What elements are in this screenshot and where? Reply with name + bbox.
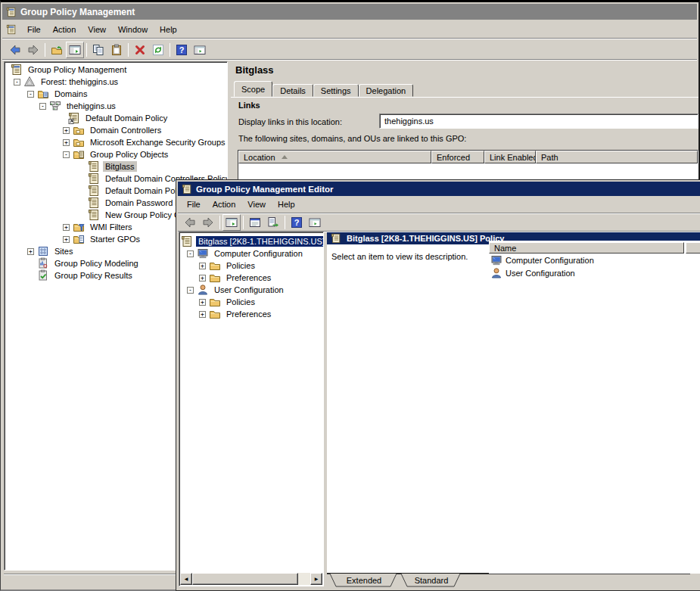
export-list-button[interactable] — [264, 214, 282, 231]
editor-tree-pane[interactable]: Bitglass [2K8-1.THEHIGGINS.US] Policy - … — [179, 232, 324, 586]
expand-toggle[interactable]: + — [199, 275, 206, 282]
help-button[interactable] — [288, 214, 306, 231]
linked-gpo-caption: The following sites, domains, and OUs ar… — [238, 134, 466, 143]
tree-item-forest[interactable]: - Forest: thehiggins.us — [5, 76, 227, 88]
tree-item-bitglass[interactable]: Bitglass — [5, 160, 227, 173]
back-button[interactable] — [181, 214, 199, 231]
gpo-scroll-icon — [182, 184, 192, 194]
expand-toggle[interactable]: + — [63, 236, 70, 243]
refresh-button[interactable] — [149, 42, 167, 58]
tab-delegation[interactable]: Delegation — [359, 84, 414, 97]
tree-item-gpo-root[interactable]: Bitglass [2K8-1.THEHIGGINS.US] Policy — [179, 235, 323, 247]
help-button[interactable] — [173, 42, 191, 58]
tree-item-user-configuration[interactable]: - User Configuration — [179, 284, 323, 296]
expand-toggle[interactable]: + — [63, 127, 70, 134]
show-window-button[interactable] — [191, 42, 209, 58]
tree-item-user-policies[interactable]: + Policies — [179, 296, 323, 308]
tab-scope[interactable]: Scope — [234, 81, 272, 97]
group-policy-management-editor-window: Group Policy Management Editor File Acti… — [176, 179, 700, 591]
horizontal-scrollbar[interactable] — [180, 573, 322, 585]
window-pane-icon — [194, 44, 206, 56]
up-one-level-icon — [51, 44, 63, 56]
show-console-tree-button[interactable] — [222, 214, 241, 231]
back-arrow-icon — [9, 44, 21, 56]
editor-title-bar[interactable]: Group Policy Management Editor — [178, 182, 700, 196]
copy-button[interactable] — [89, 42, 107, 58]
expand-toggle[interactable]: + — [199, 311, 206, 318]
tree-item-label: User Configuration — [212, 285, 286, 295]
menu-action[interactable]: Action — [47, 23, 82, 36]
column-header-location[interactable]: Location — [238, 151, 431, 163]
main-title-bar[interactable]: Group Policy Management — [2, 4, 697, 20]
scrollbar-thumb[interactable] — [192, 573, 298, 585]
menu-view[interactable]: View — [82, 23, 112, 36]
expand-toggle[interactable]: - — [187, 287, 194, 294]
tree-item-label: Domains — [52, 89, 89, 99]
forward-button[interactable] — [199, 214, 217, 231]
up-one-level-button[interactable] — [48, 42, 66, 58]
tree-item-domain-thehiggins[interactable]: - thehiggins.us — [5, 100, 227, 112]
column-header-path[interactable]: Path — [536, 151, 698, 163]
list-item-computer-configuration[interactable]: Computer Configuration — [489, 254, 700, 266]
tab-details[interactable]: Details — [272, 84, 313, 97]
show-window-button[interactable] — [306, 214, 324, 231]
menu-help[interactable]: Help — [154, 23, 183, 36]
expand-toggle[interactable]: + — [63, 224, 70, 231]
column-header-name[interactable]: Name — [489, 242, 684, 254]
scroll-right-button[interactable] — [310, 573, 322, 585]
paste-button[interactable] — [107, 42, 126, 58]
tree-item-group-policy-objects[interactable]: - Group Policy Objects — [5, 148, 227, 160]
show-console-tree-button[interactable] — [66, 42, 84, 58]
tree-item-domain-controllers[interactable]: + Domain Controllers — [5, 124, 227, 136]
expand-toggle[interactable]: - — [39, 103, 46, 110]
delete-x-icon — [134, 44, 146, 56]
items-list[interactable]: Name Computer Configuration User Configu… — [489, 241, 700, 574]
expand-toggle[interactable]: - — [63, 151, 70, 158]
delete-button[interactable] — [131, 42, 149, 58]
tab-settings[interactable]: Settings — [313, 84, 359, 97]
expand-toggle[interactable]: - — [27, 91, 34, 98]
menu-action[interactable]: Action — [207, 198, 242, 211]
column-header-label: Link Enabled — [490, 153, 536, 162]
menu-window[interactable]: Window — [112, 23, 154, 36]
description-hint: Select an item to view its description. — [331, 252, 468, 261]
toolbar-separator — [219, 216, 220, 229]
expand-toggle[interactable]: - — [187, 250, 194, 257]
tree-item-computer-policies[interactable]: + Policies — [179, 260, 323, 272]
expand-toggle[interactable]: + — [199, 299, 206, 306]
properties-button[interactable] — [246, 214, 264, 231]
user-icon — [490, 267, 502, 279]
tree-item-group-policy-management[interactable]: Group Policy Management — [5, 64, 227, 76]
tree-item-domains[interactable]: - Domains — [5, 88, 227, 100]
tree-item-computer-configuration[interactable]: - Computer Configuration — [179, 247, 323, 260]
list-item-user-configuration[interactable]: User Configuration — [489, 266, 700, 279]
back-arrow-icon — [184, 216, 196, 229]
window-pane-icon — [309, 216, 321, 229]
expand-toggle[interactable]: - — [14, 79, 20, 86]
scroll-left-button[interactable] — [180, 573, 192, 585]
location-dropdown[interactable]: thehiggins.us — [379, 114, 698, 129]
tab-standard[interactable]: Standard — [415, 576, 449, 585]
menu-help[interactable]: Help — [272, 198, 301, 211]
tree-item-default-domain-policy-link[interactable]: Default Domain Policy — [5, 112, 227, 124]
menu-file[interactable]: File — [181, 198, 207, 211]
column-header-link-enabled[interactable]: Link Enabled — [484, 151, 536, 163]
tree-item-label: WMI Filters — [88, 222, 135, 232]
back-button[interactable] — [6, 42, 24, 58]
menu-file[interactable]: File — [21, 23, 47, 36]
tree-item-user-preferences[interactable]: + Preferences — [179, 308, 323, 320]
expand-toggle[interactable]: + — [63, 139, 70, 146]
forward-button[interactable] — [24, 42, 42, 58]
column-header-enforced[interactable]: Enforced — [431, 151, 484, 163]
menu-view[interactable]: View — [241, 198, 272, 211]
sites-icon — [37, 245, 49, 257]
toolbar-separator — [243, 216, 244, 229]
tree-item-label: Starter GPOs — [88, 234, 142, 244]
gpo-scroll-icon — [331, 233, 341, 244]
tab-extended[interactable]: Extended — [347, 576, 381, 585]
display-links-label: Display links in this location: — [238, 117, 342, 126]
tree-item-computer-preferences[interactable]: + Preferences — [179, 272, 323, 284]
expand-toggle[interactable]: + — [199, 263, 206, 269]
expand-toggle[interactable]: + — [27, 248, 34, 255]
tree-item-exchange-security-groups[interactable]: + Microsoft Exchange Security Groups — [5, 136, 227, 148]
